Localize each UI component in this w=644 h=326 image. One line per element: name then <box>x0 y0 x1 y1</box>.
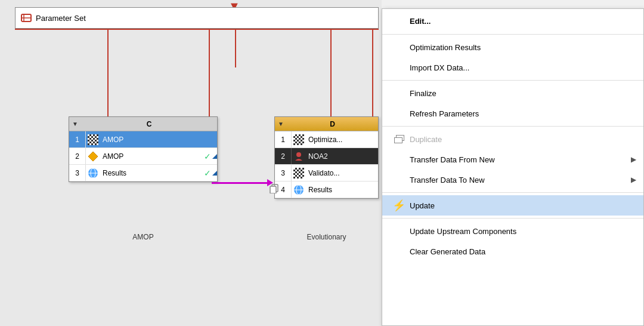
update-upstream-icon <box>393 225 405 237</box>
amop-row-3-triangle <box>212 168 217 177</box>
menu-transfer-to-label: Transfer Data To New <box>410 176 485 184</box>
vline-3 <box>235 29 236 67</box>
menu-item-optimization-results[interactable]: Optimization Results <box>382 37 643 57</box>
menu-edit-label: Edit... <box>410 17 431 26</box>
menu-duplicate-label: Duplicate <box>410 135 442 144</box>
menu-update-upstream-label: Update Upstream Components <box>410 227 516 236</box>
vline-1 <box>107 29 109 130</box>
param-set-box: Parameter Set <box>15 7 379 29</box>
evo-row-2-icon <box>292 151 306 162</box>
refresh-icon <box>393 107 405 119</box>
separator-1 <box>382 34 643 35</box>
evo-row-1-num: 1 <box>275 131 292 147</box>
svg-marker-1 <box>88 152 98 161</box>
amop-row-2-triangle <box>212 152 217 161</box>
amop-row-1[interactable]: 1 AMOP <box>69 131 217 148</box>
separator-2 <box>382 80 643 81</box>
menu-item-update-upstream[interactable]: Update Upstream Components <box>382 221 643 241</box>
evo-row-2-num: 2 <box>275 148 292 164</box>
separator-4 <box>382 192 643 193</box>
amop-row-1-icon <box>86 134 100 145</box>
amop-row-2-num: 2 <box>69 148 86 164</box>
evo-row-3-label: Validato... <box>306 169 378 177</box>
evo-table-header: ▼ D <box>275 117 378 131</box>
menu-item-transfer-from[interactable]: Transfer Data From New ▶ <box>382 149 643 170</box>
evo-dropdown-arrow[interactable]: ▼ <box>275 121 287 127</box>
amop-row-1-label: AMOP <box>100 136 217 144</box>
amop-dropdown-arrow[interactable]: ▼ <box>69 121 81 127</box>
separator-5 <box>382 218 643 219</box>
transfer-arrow <box>212 182 268 184</box>
menu-finalize-label: Finalize <box>410 89 436 98</box>
separator-3 <box>382 126 643 127</box>
menu-item-transfer-to[interactable]: Transfer Data To New ▶ <box>382 170 643 190</box>
amop-table-header: ▼ C <box>69 117 217 131</box>
update-lightning-icon: ⚡ <box>393 199 405 211</box>
amop-row-3-check: ✓ <box>204 168 211 178</box>
menu-item-refresh[interactable]: Refresh Parameters <box>382 103 643 124</box>
menu-optimization-results-label: Optimization Results <box>410 43 481 52</box>
evo-row-1-icon <box>292 134 306 145</box>
evo-table: ▼ D 1 Optimiza... 2 NOA2 3 <box>274 116 379 199</box>
param-set-icon <box>20 12 32 24</box>
svg-point-5 <box>296 152 301 157</box>
evo-row-3[interactable]: 3 Validato... <box>275 165 378 182</box>
amop-row-2-check: ✓ <box>204 152 211 161</box>
amop-row-2-icon <box>86 151 100 162</box>
finalize-icon <box>393 87 405 99</box>
amop-node-label: AMOP <box>83 233 203 241</box>
transfer-from-submenu-arrow: ▶ <box>631 155 636 164</box>
amop-row-2[interactable]: 2 AMOP ✓ <box>69 148 217 165</box>
menu-update-label: Update <box>410 201 435 210</box>
amop-row-1-num: 1 <box>69 131 86 147</box>
evo-row-4-label: Results <box>306 186 378 194</box>
menu-clear-generated-label: Clear Generated Data <box>410 247 485 256</box>
amop-row-2-label: AMOP <box>100 152 204 161</box>
menu-item-edit[interactable]: Edit... <box>382 9 643 32</box>
copy-icon <box>270 184 279 195</box>
clear-generated-icon <box>393 245 405 257</box>
vline-5 <box>372 29 373 130</box>
canvas-area: ▼ Parameter Set ▼ C 1 AMOP <box>0 0 382 326</box>
menu-item-import-dx[interactable]: Import DX Data... <box>382 57 643 78</box>
menu-transfer-from-label: Transfer Data From New <box>410 155 495 164</box>
evo-row-2[interactable]: 2 NOA2 <box>275 148 378 165</box>
vline-4 <box>330 29 332 130</box>
evo-row-2-label: NOA2 <box>306 152 378 161</box>
menu-import-dx-label: Import DX Data... <box>410 63 469 72</box>
duplicate-icon <box>393 133 405 145</box>
menu-item-clear-generated[interactable]: Clear Generated Data <box>382 241 643 262</box>
param-set-label: Parameter Set <box>36 14 86 23</box>
evo-row-4-icon <box>292 184 306 195</box>
svg-rect-10 <box>270 186 276 193</box>
evo-row-3-icon <box>292 168 306 179</box>
import-dx-icon <box>393 61 405 73</box>
amop-col-header: C <box>81 120 217 128</box>
top-hline <box>15 29 379 30</box>
amop-row-3[interactable]: 3 Results ✓ <box>69 165 217 182</box>
evo-row-1-label: Optimiza... <box>306 136 378 144</box>
vline-2 <box>209 29 210 130</box>
menu-item-finalize[interactable]: Finalize <box>382 83 643 103</box>
transfer-from-icon <box>393 153 405 165</box>
amop-row-3-num: 3 <box>69 165 86 181</box>
edit-icon <box>393 15 405 27</box>
transfer-to-submenu-arrow: ▶ <box>631 176 636 184</box>
evo-row-4[interactable]: 4 Results <box>275 182 378 198</box>
transfer-to-icon <box>393 174 405 186</box>
evo-row-1[interactable]: 1 Optimiza... <box>275 131 378 148</box>
amop-row-3-icon <box>86 168 100 179</box>
optimization-results-icon <box>393 41 405 53</box>
context-menu: Edit... Optimization Results Import DX D… <box>382 8 644 326</box>
menu-item-update[interactable]: ⚡ Update <box>382 195 643 216</box>
evo-row-3-num: 3 <box>275 165 292 181</box>
amop-row-3-label: Results <box>100 169 204 177</box>
menu-item-duplicate[interactable]: Duplicate <box>382 129 643 149</box>
evo-node-label: Evolutionary <box>274 233 379 241</box>
amop-table: ▼ C 1 AMOP 2 AMOP ✓ 3 <box>69 116 218 182</box>
menu-refresh-label: Refresh Parameters <box>410 109 479 118</box>
evo-col-header: D <box>287 120 378 128</box>
